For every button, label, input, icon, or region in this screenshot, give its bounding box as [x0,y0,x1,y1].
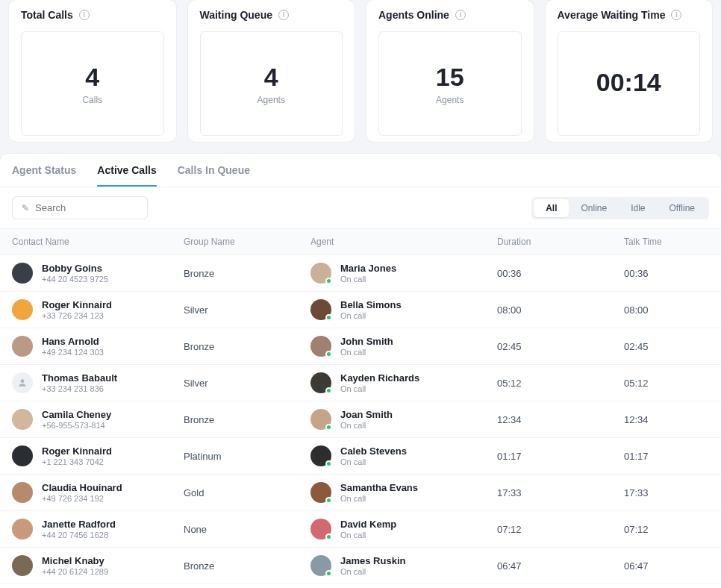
agent-name: James Ruskin [340,555,405,566]
contact-phone: +44 20 4523 9725 [42,275,108,284]
contact-avatar [12,409,33,430]
status-dot-icon [325,570,332,577]
agent-status: On call [340,311,402,320]
agent-name: Kayden Richards [340,372,419,384]
duration: 00:36 [497,268,624,279]
stat-value: 15 [436,63,464,92]
stat-label: Agents [436,95,464,105]
agent-status: On call [340,531,396,539]
group-name: Silver [184,378,310,389]
status-dot-icon [325,534,332,540]
duration: 01:17 [497,451,624,462]
agent-status: On call [340,348,393,357]
agent-name: Bella Simons [340,299,402,310]
contact-avatar [12,519,33,539]
talk-time: 17:33 [624,487,709,498]
search-input[interactable] [35,202,138,213]
agent-status: On call [340,567,405,576]
table-row[interactable]: Janette Radford +44 20 7456 1628 None Da… [0,511,721,548]
duration: 08:00 [497,304,624,316]
contact-name: Roger Kinnaird [42,445,112,457]
agent-avatar [310,445,331,466]
column-header: Contact Name [12,237,184,247]
group-name: Bronze [184,268,310,279]
contact-name: Hans Arnold [42,336,104,347]
status-dot-icon [325,497,332,504]
agent-name: John Smith [340,336,393,347]
status-dot-icon [325,314,332,321]
contact-phone: +44 20 7456 1628 [42,531,116,539]
table-row[interactable]: Camila Cheney +56-955-573-814 Bronze Joa… [0,401,721,438]
contact-name: Thomas Babault [42,372,117,384]
agent-avatar [310,409,331,430]
status-dot-icon [325,460,332,467]
table-row[interactable]: Roger Kinnaird +33 726 234 123 Silver Be… [0,292,721,328]
agent-name: Maria Jones [340,263,396,274]
group-name: Silver [184,304,310,316]
contact-phone: +1 221 343 7042 [42,457,112,466]
column-header: Agent [310,237,497,247]
tab-active-calls[interactable]: Active Calls [97,164,156,187]
stat-title: Agents Online [378,9,449,21]
stat-label: Calls [82,95,102,105]
person-icon [17,378,28,388]
agent-avatar [310,299,331,320]
stat-card: Waiting Queue i 4 Agents [188,0,355,142]
talk-time: 12:34 [624,414,709,425]
agent-status: On call [340,494,418,503]
info-icon[interactable]: i [79,10,90,20]
contact-phone: +44 20 6124 1289 [42,567,108,576]
contact-name: Claudia Houinard [42,482,122,493]
svg-point-0 [21,379,25,383]
table-row[interactable]: Claudia Houinard +49 726 234 192 Gold Sa… [0,475,721,511]
stat-card: Average Waiting Time i 00:14 [546,0,713,142]
contact-avatar [12,482,33,503]
contact-avatar [12,372,33,393]
duration: 17:33 [497,487,624,498]
group-name: Bronze [184,560,310,572]
table-row[interactable]: Thomas Babault +33 234 231 836 Silver Ka… [0,365,721,401]
info-icon[interactable]: i [455,10,466,20]
group-name: Gold [184,487,310,498]
column-header: Group Name [184,237,310,247]
stat-title: Average Waiting Time [558,9,666,21]
agent-name: David Kemp [340,519,396,530]
contact-phone: +49 726 234 192 [42,494,122,503]
agent-name: Caleb Stevens [340,445,407,457]
filter-online[interactable]: Online [569,199,619,217]
stat-value: 00:14 [596,68,661,97]
filter-offline[interactable]: Offline [658,199,707,217]
talk-time: 02:45 [624,341,709,352]
agent-avatar [310,482,331,503]
info-icon[interactable]: i [278,10,289,20]
table-row[interactable]: Bobby Goins +44 20 4523 9725 Bronze Mari… [0,255,721,292]
duration: 12:34 [497,414,624,425]
talk-time: 05:12 [624,378,709,389]
stat-card: Agents Online i 15 Agents [366,0,534,142]
agent-status: On call [340,275,396,284]
table-row[interactable]: Hans Arnold +49 234 124 303 Bronze John … [0,328,721,365]
duration: 07:12 [497,524,624,535]
status-dot-icon [325,387,332,394]
filter-all[interactable]: All [534,199,569,217]
column-header: Talk Time [624,237,709,247]
contact-avatar [12,336,33,357]
contact-name: Camila Cheney [42,409,111,420]
status-dot-icon [325,424,332,431]
talk-time: 00:36 [624,268,709,279]
talk-time: 06:47 [624,560,709,572]
filter-idle[interactable]: Idle [619,199,657,217]
search-box[interactable]: ✎ [12,196,148,219]
agent-name: Samantha Evans [340,482,418,493]
agent-avatar [310,336,331,357]
status-filter: AllOnlineIdleOffline [531,197,709,219]
tab-agent-status[interactable]: Agent Status [12,164,76,187]
stat-title: Total Calls [21,9,73,21]
tab-calls-in-queue[interactable]: Calls In Queue [178,164,250,187]
contact-phone: +33 726 234 123 [42,311,112,320]
table-row[interactable]: Michel Knaby +44 20 6124 1289 Bronze Jam… [0,548,721,584]
status-dot-icon [325,278,332,284]
agent-status: On call [340,421,393,430]
table-row[interactable]: Roger Kinnaird +1 221 343 7042 Platinum … [0,438,721,475]
info-icon[interactable]: i [671,10,681,20]
